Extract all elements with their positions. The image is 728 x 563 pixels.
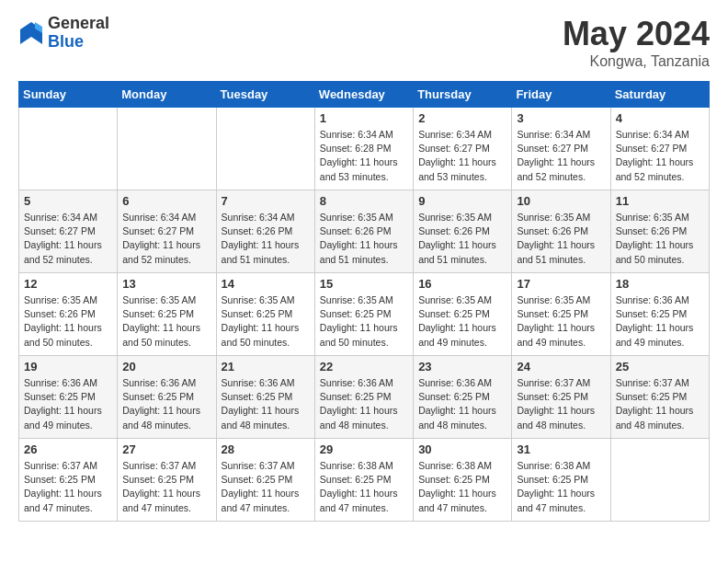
month-title: May 2024	[563, 15, 710, 53]
header: General Blue May 2024 Kongwa, Tanzania	[18, 15, 710, 70]
day-number: 28	[222, 442, 310, 456]
col-wednesday: Wednesday	[314, 82, 413, 108]
day-info: Sunrise: 6:37 AM Sunset: 6:25 PM Dayligh…	[616, 376, 704, 432]
logo-blue-text: Blue	[48, 33, 109, 52]
day-number: 18	[616, 277, 704, 291]
day-cell: 12Sunrise: 6:35 AM Sunset: 6:26 PM Dayli…	[19, 273, 118, 356]
day-number: 4	[616, 111, 704, 125]
day-cell: 29Sunrise: 6:38 AM Sunset: 6:25 PM Dayli…	[314, 439, 413, 522]
day-info: Sunrise: 6:35 AM Sunset: 6:25 PM Dayligh…	[418, 293, 506, 350]
day-info: Sunrise: 6:34 AM Sunset: 6:27 PM Dayligh…	[616, 128, 704, 184]
day-info: Sunrise: 6:35 AM Sunset: 6:25 PM Dayligh…	[517, 293, 605, 350]
day-cell	[216, 108, 314, 190]
day-cell: 23Sunrise: 6:36 AM Sunset: 6:25 PM Dayli…	[414, 356, 512, 439]
day-number: 11	[616, 194, 704, 208]
day-cell: 5Sunrise: 6:34 AM Sunset: 6:27 PM Daylig…	[19, 190, 118, 273]
day-number: 21	[222, 360, 310, 373]
day-info: Sunrise: 6:37 AM Sunset: 6:25 PM Dayligh…	[24, 459, 112, 515]
day-info: Sunrise: 6:35 AM Sunset: 6:25 PM Dayligh…	[320, 293, 408, 350]
day-info: Sunrise: 6:35 AM Sunset: 6:26 PM Dayligh…	[517, 211, 605, 267]
day-number: 31	[517, 442, 605, 456]
day-info: Sunrise: 6:36 AM Sunset: 6:25 PM Dayligh…	[222, 376, 310, 432]
day-cell: 31Sunrise: 6:38 AM Sunset: 6:25 PM Dayli…	[512, 439, 610, 522]
day-number: 27	[122, 442, 210, 456]
week-row-5: 26Sunrise: 6:37 AM Sunset: 6:25 PM Dayli…	[19, 439, 710, 522]
week-row-3: 12Sunrise: 6:35 AM Sunset: 6:26 PM Dayli…	[19, 273, 710, 356]
day-cell: 16Sunrise: 6:35 AM Sunset: 6:25 PM Dayli…	[414, 273, 512, 356]
day-info: Sunrise: 6:34 AM Sunset: 6:27 PM Dayligh…	[24, 211, 112, 267]
day-cell: 20Sunrise: 6:36 AM Sunset: 6:25 PM Dayli…	[118, 356, 216, 439]
day-cell: 21Sunrise: 6:36 AM Sunset: 6:25 PM Dayli…	[216, 356, 314, 439]
day-cell: 24Sunrise: 6:37 AM Sunset: 6:25 PM Dayli…	[512, 356, 610, 439]
day-number: 19	[24, 360, 112, 373]
logo-icon	[18, 20, 44, 46]
day-info: Sunrise: 6:34 AM Sunset: 6:26 PM Dayligh…	[222, 211, 310, 267]
title-block: May 2024 Kongwa, Tanzania	[563, 15, 710, 70]
day-info: Sunrise: 6:34 AM Sunset: 6:27 PM Dayligh…	[122, 211, 210, 267]
day-info: Sunrise: 6:36 AM Sunset: 6:25 PM Dayligh…	[320, 376, 408, 432]
day-number: 30	[418, 442, 506, 456]
day-cell: 3Sunrise: 6:34 AM Sunset: 6:27 PM Daylig…	[512, 108, 610, 190]
col-tuesday: Tuesday	[216, 82, 314, 108]
day-info: Sunrise: 6:34 AM Sunset: 6:28 PM Dayligh…	[320, 128, 408, 184]
day-number: 17	[517, 277, 605, 291]
day-number: 8	[320, 194, 408, 208]
day-number: 10	[517, 194, 605, 208]
day-info: Sunrise: 6:38 AM Sunset: 6:25 PM Dayligh…	[418, 459, 506, 515]
day-number: 25	[616, 360, 704, 373]
day-cell: 27Sunrise: 6:37 AM Sunset: 6:25 PM Dayli…	[118, 439, 216, 522]
day-info: Sunrise: 6:34 AM Sunset: 6:27 PM Dayligh…	[517, 128, 605, 184]
location: Kongwa, Tanzania	[563, 53, 710, 70]
day-cell: 17Sunrise: 6:35 AM Sunset: 6:25 PM Dayli…	[512, 273, 610, 356]
day-number: 1	[320, 111, 408, 125]
col-monday: Monday	[118, 82, 216, 108]
day-cell: 6Sunrise: 6:34 AM Sunset: 6:27 PM Daylig…	[118, 190, 216, 273]
day-number: 13	[122, 277, 210, 291]
day-number: 22	[320, 360, 408, 373]
day-cell: 10Sunrise: 6:35 AM Sunset: 6:26 PM Dayli…	[512, 190, 610, 273]
day-cell: 14Sunrise: 6:35 AM Sunset: 6:25 PM Dayli…	[216, 273, 314, 356]
week-row-4: 19Sunrise: 6:36 AM Sunset: 6:25 PM Dayli…	[19, 356, 710, 439]
day-info: Sunrise: 6:38 AM Sunset: 6:25 PM Dayligh…	[320, 459, 408, 515]
col-sunday: Sunday	[19, 82, 118, 108]
col-friday: Friday	[512, 82, 610, 108]
day-cell: 4Sunrise: 6:34 AM Sunset: 6:27 PM Daylig…	[610, 108, 709, 190]
day-number: 16	[418, 277, 506, 291]
day-cell: 1Sunrise: 6:34 AM Sunset: 6:28 PM Daylig…	[314, 108, 413, 190]
col-thursday: Thursday	[414, 82, 512, 108]
day-info: Sunrise: 6:35 AM Sunset: 6:26 PM Dayligh…	[320, 211, 408, 267]
day-number: 15	[320, 277, 408, 291]
calendar-table: Sunday Monday Tuesday Wednesday Thursday…	[18, 81, 710, 522]
week-row-2: 5Sunrise: 6:34 AM Sunset: 6:27 PM Daylig…	[19, 190, 710, 273]
day-info: Sunrise: 6:36 AM Sunset: 6:25 PM Dayligh…	[122, 376, 210, 432]
day-info: Sunrise: 6:36 AM Sunset: 6:25 PM Dayligh…	[24, 376, 112, 432]
col-saturday: Saturday	[610, 82, 709, 108]
day-number: 9	[418, 194, 506, 208]
day-number: 23	[418, 360, 506, 373]
day-number: 29	[320, 442, 408, 456]
day-cell	[19, 108, 118, 190]
day-number: 12	[24, 277, 112, 291]
page: General Blue May 2024 Kongwa, Tanzania S…	[0, 0, 728, 536]
day-number: 24	[517, 360, 605, 373]
day-number: 26	[24, 442, 112, 456]
day-number: 6	[122, 194, 210, 208]
header-row: Sunday Monday Tuesday Wednesday Thursday…	[19, 82, 710, 108]
day-info: Sunrise: 6:37 AM Sunset: 6:25 PM Dayligh…	[222, 459, 310, 515]
day-info: Sunrise: 6:37 AM Sunset: 6:25 PM Dayligh…	[517, 376, 605, 432]
day-number: 20	[122, 360, 210, 373]
logo-general-text: General	[48, 15, 109, 33]
day-number: 5	[24, 194, 112, 208]
day-info: Sunrise: 6:36 AM Sunset: 6:25 PM Dayligh…	[616, 293, 704, 350]
day-info: Sunrise: 6:35 AM Sunset: 6:25 PM Dayligh…	[222, 293, 310, 350]
day-cell: 28Sunrise: 6:37 AM Sunset: 6:25 PM Dayli…	[216, 439, 314, 522]
logo-text: General Blue	[48, 15, 109, 52]
day-number: 7	[222, 194, 310, 208]
day-cell: 2Sunrise: 6:34 AM Sunset: 6:27 PM Daylig…	[414, 108, 512, 190]
day-cell: 22Sunrise: 6:36 AM Sunset: 6:25 PM Dayli…	[314, 356, 413, 439]
day-info: Sunrise: 6:37 AM Sunset: 6:25 PM Dayligh…	[122, 459, 210, 515]
day-info: Sunrise: 6:34 AM Sunset: 6:27 PM Dayligh…	[418, 128, 506, 184]
day-number: 2	[418, 111, 506, 125]
day-cell: 19Sunrise: 6:36 AM Sunset: 6:25 PM Dayli…	[19, 356, 118, 439]
day-cell: 11Sunrise: 6:35 AM Sunset: 6:26 PM Dayli…	[610, 190, 709, 273]
